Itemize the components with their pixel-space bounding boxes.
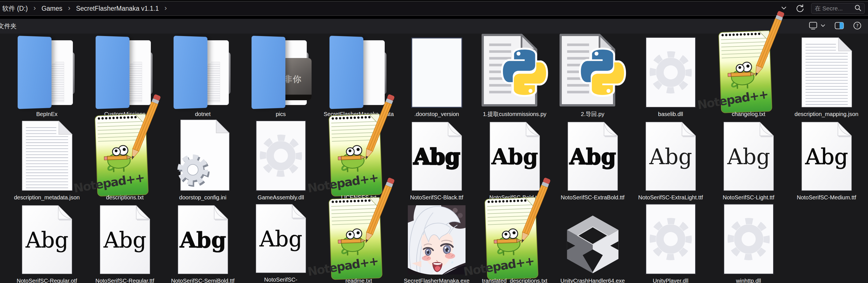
file-icon-area [554,204,631,275]
file-item[interactable]: description_mapping.json [787,37,865,120]
file-item[interactable]: Notepad++ changelog.txt [710,37,787,120]
file-item[interactable]: AbgNotoSerifSC-SemiBold.ttf [164,204,242,283]
python-file-icon [559,33,627,108]
text-file-icon [801,37,853,108]
file-icon-area [242,120,320,191]
help-button[interactable]: ? [853,21,862,31]
refresh-button[interactable] [793,3,806,14]
font-file-icon: Abg [99,205,151,275]
file-item[interactable]: doorstop_config.ini [164,120,242,204]
notepadpp-file-icon: Notepad++ [479,178,550,275]
font-file-icon: Abg [801,121,852,191]
file-item[interactable]: SecretFlasherManaka_Data [320,37,398,120]
file-item[interactable]: AbgNotoSerifSC-ExtraBold.ttf [554,120,631,204]
blank-file-icon [411,37,462,108]
file-icon-area: 除非你 [242,37,320,108]
file-icon-area [8,37,86,108]
search-input[interactable] [814,5,854,12]
breadcrumb-separator: › [68,4,71,11]
dll-gear-icon [645,204,696,275]
dll-gear-icon [723,204,774,275]
folder-icon [96,37,154,108]
file-label: dotnet [195,111,211,118]
file-item[interactable]: AbgNotoSerifSC-Medium.ttf [787,120,865,204]
svg-text:Abg: Abg [179,228,226,253]
python-file-icon [481,33,549,108]
file-item[interactable]: CustomMissions [86,37,164,120]
view-options-button[interactable] [808,21,826,31]
file-icon-area: Abg [554,120,631,191]
file-explorer-window: 软件 (D:)›Games›SecretFlasherManaka v1.1.1… [0,0,868,283]
file-icon-area: Notepad++ [476,204,554,275]
file-icon-area: Abg [787,120,865,191]
file-label: description_metadata.json [14,194,80,201]
file-label: NotoSerifSC-ExtraBold.ttf [561,194,624,201]
svg-text:Abg: Abg [805,144,848,169]
file-item[interactable]: .doorstop_version [398,37,476,120]
file-item[interactable]: AbgNotoSerifSC-Regular.otf [8,204,86,283]
search-icon [854,4,862,13]
file-label: doorstop_config.ini [179,194,226,201]
file-icon-area: Abg [86,204,164,275]
file-label: pics [276,111,286,118]
file-item[interactable]: AbgNotoSerifSC-Regular.ttf [86,204,164,283]
file-label: readme.txt [345,277,372,283]
address-actions [777,3,865,14]
breadcrumb-separator: › [164,4,167,11]
chevron-down-icon [820,23,826,30]
file-item[interactable]: BepInEx [8,37,86,120]
svg-text:Abg: Abg [259,226,302,251]
unity-icon [561,214,624,275]
file-label: descriptions.txt [106,194,144,201]
breadcrumb-item[interactable]: 软件 (D:) [2,4,28,13]
notepadpp-file-icon: Notepad++ [323,95,394,191]
file-icon-area [164,120,242,191]
preview-pane-icon [834,21,844,31]
breadcrumb: 软件 (D:)›Games›SecretFlasherManaka v1.1.1… [2,4,777,13]
dll-gear-icon [645,37,696,108]
file-icon-area: Abg [8,204,86,275]
file-icon-area [631,37,710,108]
file-grid: BepInEx CustomMissions dotnet 除非你 pics S… [8,37,868,283]
file-item[interactable]: 除非你 pics [242,37,320,120]
file-label: UnityPlayer.dll [653,277,688,283]
file-item[interactable]: Notepad++ readme.txt [320,204,398,283]
file-label: NotoSerifSC-Medium.ttf [797,194,856,201]
file-item[interactable]: Notepad++ translated_descriptions.txt [476,204,554,283]
file-item[interactable]: AbgNotoSerifSC-Light.ttf [710,120,787,204]
file-label: NotoSerifSC-VariableFont_wght.ttf [245,276,317,283]
file-item[interactable]: 1.提取custommissions.py [476,37,554,120]
file-item[interactable]: AbgNotoSerifSC-ExtraLight.ttf [631,120,710,204]
preview-pane-toggle[interactable] [834,21,844,31]
file-icon-area [554,37,631,108]
file-item[interactable]: AbgNotoSerifSC-Black.ttf [398,120,476,204]
file-label: 1.提取custommissions.py [483,111,547,118]
command-bar-actions: ? [808,21,862,31]
file-item[interactable]: 2.导回.py [554,37,631,120]
folder-icon [330,37,388,108]
file-icon-area [164,37,242,108]
font-file-icon: Abg [411,121,463,191]
file-icon-area [398,37,476,108]
file-icon-area: Abg [164,204,242,275]
file-item[interactable]: UnityPlayer.dll [631,204,710,283]
svg-text:Abg: Abg [413,144,460,169]
file-label: NotoSerifSC-Regular.ttf [95,277,154,283]
file-label: baselib.dll [658,111,683,118]
breadcrumb-item[interactable]: Games [41,5,62,12]
file-label: NotoSerifSC-SemiBold.ttf [171,277,235,283]
file-item[interactable]: UnityCrashHandler64.exe [554,204,631,283]
file-icon-area: Notepad++ [86,120,164,191]
file-icon-area: Notepad++ [710,37,787,108]
file-icon-area: Abg [398,120,476,191]
file-icon-area: Notepad++ [320,204,398,275]
breadcrumb-item[interactable]: SecretFlasherManaka v1.1.1 [76,5,159,12]
file-icon-area [86,37,164,108]
file-item[interactable]: winhttp.dll [710,204,787,283]
font-file-icon: Abg [567,121,619,191]
folder-filter-label: 文件夹 [0,22,17,30]
file-item[interactable]: dotnet [164,37,242,120]
svg-text:Abg: Abg [569,144,616,169]
file-icon-area [398,204,476,275]
file-item[interactable]: Notepad++ descriptions.txt [86,120,164,204]
